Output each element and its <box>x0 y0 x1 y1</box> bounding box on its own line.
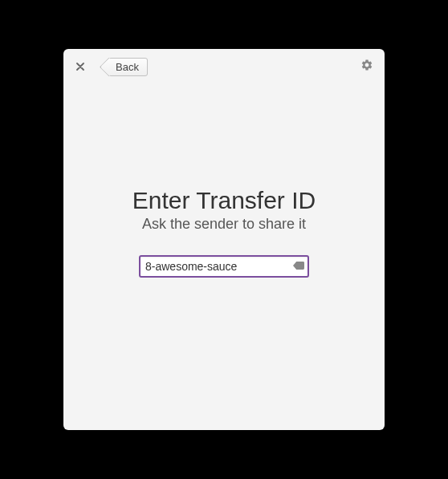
back-button-label: Back <box>116 61 139 73</box>
clear-input-button[interactable] <box>293 259 304 274</box>
page-subtitle: Ask the sender to share it <box>142 216 306 233</box>
gear-icon <box>360 59 373 75</box>
main-content: Enter Transfer ID Ask the sender to shar… <box>63 84 385 430</box>
input-container <box>139 255 309 278</box>
header-bar: Back <box>63 49 385 84</box>
close-button[interactable] <box>71 58 89 75</box>
close-icon <box>76 60 84 73</box>
app-window: Back Enter Transfer ID Ask the sender to… <box>63 49 385 430</box>
backspace-icon <box>293 259 304 274</box>
settings-button[interactable] <box>357 57 377 76</box>
page-title: Enter Transfer ID <box>132 187 316 214</box>
transfer-id-input[interactable] <box>139 255 309 278</box>
back-button[interactable]: Back <box>108 58 148 76</box>
